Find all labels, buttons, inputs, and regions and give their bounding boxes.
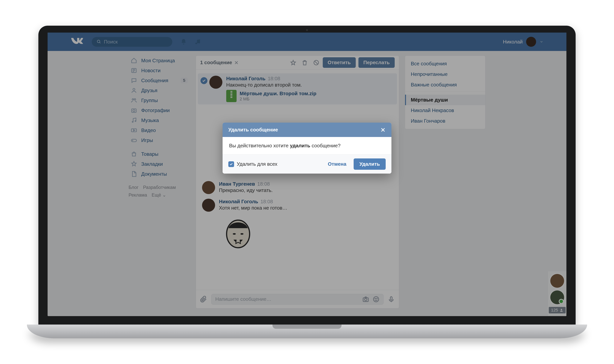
modal-overlay[interactable] bbox=[48, 33, 566, 316]
cancel-button[interactable]: Отмена bbox=[324, 159, 350, 169]
modal-body: Вы действительно хотите удалить сообщени… bbox=[223, 137, 391, 155]
close-icon[interactable] bbox=[380, 127, 386, 132]
laptop-base bbox=[27, 325, 587, 338]
delete-for-all-checkbox[interactable]: Удалить для всех bbox=[228, 161, 278, 167]
modal-title: Удалить сообщение bbox=[228, 127, 278, 133]
delete-message-modal: Удалить сообщение Вы действительно хотит… bbox=[223, 123, 391, 174]
checkbox-label: Удалить для всех bbox=[237, 161, 278, 167]
confirm-delete-button[interactable]: Удалить bbox=[354, 158, 386, 170]
laptop-camera-dot bbox=[306, 29, 308, 31]
checkbox-checked-icon bbox=[228, 161, 234, 167]
